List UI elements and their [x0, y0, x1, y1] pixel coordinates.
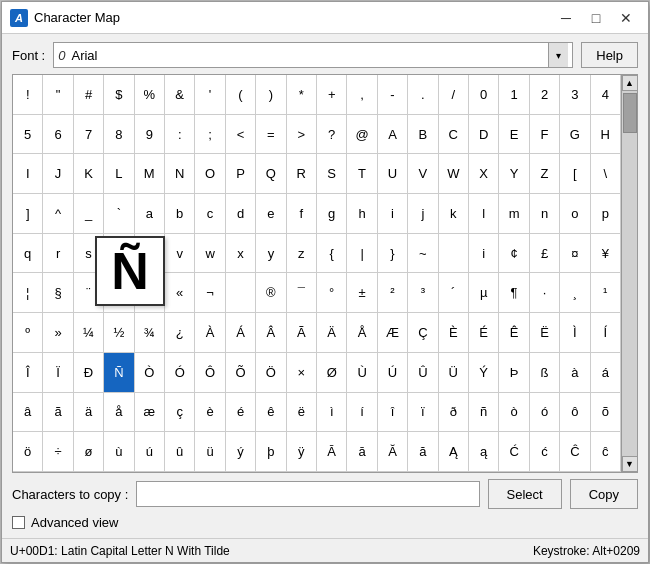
scroll-thumb[interactable] [623, 93, 637, 133]
char-cell[interactable] [439, 234, 469, 274]
char-cell[interactable]: Y [499, 154, 529, 194]
char-cell[interactable]: ø [74, 432, 104, 472]
char-cell[interactable]: L [104, 154, 134, 194]
char-cell[interactable]: ä [74, 393, 104, 433]
char-cell[interactable]: Ã [287, 313, 317, 353]
char-cell[interactable]: 5 [13, 115, 43, 155]
char-cell[interactable]: X [469, 154, 499, 194]
characters-to-copy-input[interactable] [136, 481, 479, 507]
char-cell[interactable]: õ [591, 393, 621, 433]
char-cell[interactable]: o [560, 194, 590, 234]
char-cell[interactable]: ê [256, 393, 286, 433]
char-cell[interactable]: ò [499, 393, 529, 433]
scroll-track[interactable] [622, 91, 638, 456]
char-cell[interactable]: Z [530, 154, 560, 194]
char-cell[interactable]: 9 [135, 115, 165, 155]
char-cell[interactable]: @ [347, 115, 377, 155]
char-cell[interactable]: N [165, 154, 195, 194]
char-cell[interactable]: a [135, 194, 165, 234]
char-cell[interactable]: ¼ [74, 313, 104, 353]
char-cell[interactable]: Ù [347, 353, 377, 393]
char-cell[interactable]: Ą [439, 432, 469, 472]
char-cell[interactable]: ý [226, 432, 256, 472]
font-select[interactable]: 0 Arial ▾ [53, 42, 573, 68]
char-cell[interactable]: ¶ [499, 273, 529, 313]
char-cell[interactable]: ć [530, 432, 560, 472]
char-cell[interactable]: Ă [378, 432, 408, 472]
char-cell[interactable]: + [317, 75, 347, 115]
char-cell[interactable]: l [469, 194, 499, 234]
char-cell[interactable]: c [195, 194, 225, 234]
char-cell[interactable]: Û [408, 353, 438, 393]
char-cell[interactable]: ó [530, 393, 560, 433]
char-cell[interactable]: ] [13, 194, 43, 234]
char-cell[interactable]: ° [317, 273, 347, 313]
char-cell[interactable]: h [347, 194, 377, 234]
char-cell[interactable]: Á [226, 313, 256, 353]
char-cell[interactable]: > [287, 115, 317, 155]
char-cell[interactable]: % [135, 75, 165, 115]
char-cell[interactable]: þ [256, 432, 286, 472]
char-cell[interactable]: ¹ [591, 273, 621, 313]
char-cell[interactable]: G [560, 115, 590, 155]
char-cell[interactable]: ă [408, 432, 438, 472]
char-cell[interactable]: × [287, 353, 317, 393]
char-cell[interactable]: µ [469, 273, 499, 313]
char-cell[interactable]: 6 [43, 115, 73, 155]
char-cell[interactable]: v [165, 234, 195, 274]
char-cell[interactable]: k [439, 194, 469, 234]
char-cell[interactable]: d [226, 194, 256, 234]
char-cell[interactable]: ? [317, 115, 347, 155]
char-cell[interactable]: Ü [439, 353, 469, 393]
char-cell[interactable]: , [347, 75, 377, 115]
char-cell[interactable]: i [378, 194, 408, 234]
char-cell[interactable]: Ï [43, 353, 73, 393]
char-cell[interactable]: Ì [560, 313, 590, 353]
char-cell[interactable]: x [226, 234, 256, 274]
char-cell[interactable]: ì [317, 393, 347, 433]
char-cell[interactable]: ã [43, 393, 73, 433]
char-cell[interactable]: 7 [74, 115, 104, 155]
char-cell[interactable]: f [287, 194, 317, 234]
char-cell[interactable]: é [226, 393, 256, 433]
char-cell[interactable]: Õ [226, 353, 256, 393]
char-cell[interactable]: ¦ [13, 273, 43, 313]
char-cell[interactable]: Ò [135, 353, 165, 393]
char-cell[interactable]: Þ [499, 353, 529, 393]
char-cell[interactable]: - [378, 75, 408, 115]
copy-button[interactable]: Copy [570, 479, 638, 509]
char-cell[interactable]: Í [591, 313, 621, 353]
char-cell[interactable]: " [43, 75, 73, 115]
char-cell[interactable]: ú [135, 432, 165, 472]
char-cell[interactable]: y [256, 234, 286, 274]
char-cell[interactable]: # [74, 75, 104, 115]
help-button[interactable]: Help [581, 42, 638, 68]
char-cell[interactable]: ^ [43, 194, 73, 234]
char-cell[interactable]: w [195, 234, 225, 274]
char-cell[interactable]: P [226, 154, 256, 194]
char-cell[interactable]: e [256, 194, 286, 234]
char-cell[interactable]: j [408, 194, 438, 234]
char-cell[interactable]: ¸ [560, 273, 590, 313]
char-cell[interactable]: ­ [226, 273, 256, 313]
char-cell[interactable]: © [104, 273, 134, 313]
char-cell[interactable]: C [439, 115, 469, 155]
char-cell[interactable]: á [591, 353, 621, 393]
char-cell[interactable]: Ĉ [560, 432, 590, 472]
char-cell[interactable]: ÿ [287, 432, 317, 472]
char-cell[interactable]: Î [13, 353, 43, 393]
char-cell[interactable]: 0 [469, 75, 499, 115]
char-cell[interactable]: r [43, 234, 73, 274]
char-cell[interactable]: ¯ [287, 273, 317, 313]
char-cell[interactable]: u [135, 234, 165, 274]
char-cell[interactable]: ù [104, 432, 134, 472]
char-cell[interactable]: ´ [439, 273, 469, 313]
char-cell[interactable]: _ [74, 194, 104, 234]
char-cell[interactable]: Ñ [104, 353, 134, 393]
char-cell[interactable]: Ö [256, 353, 286, 393]
char-cell[interactable]: } [378, 234, 408, 274]
char-cell[interactable]: U [378, 154, 408, 194]
char-cell[interactable]: Ê [499, 313, 529, 353]
char-cell[interactable]: È [439, 313, 469, 353]
char-cell[interactable]: ( [226, 75, 256, 115]
